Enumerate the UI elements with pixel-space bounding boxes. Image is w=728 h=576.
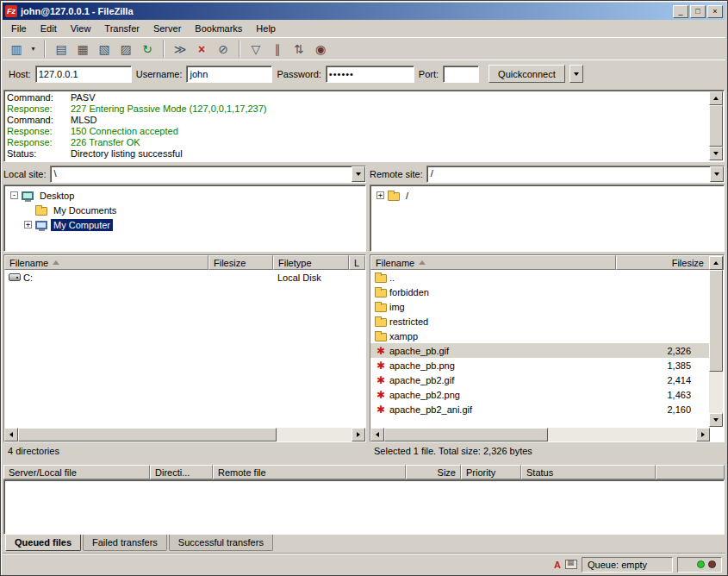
site-manager-dropdown-icon[interactable]: ▾ (28, 40, 39, 59)
remote-directory-tree: + / (370, 185, 725, 252)
combo-dropdown-icon[interactable] (352, 166, 365, 182)
column-header-remote-file[interactable]: Remote file (213, 465, 406, 479)
tree-item-my-documents[interactable]: My Documents (4, 203, 365, 217)
scrollbar-thumb[interactable] (709, 270, 723, 372)
file-row-restricted[interactable]: restricted (370, 314, 710, 329)
menu-server[interactable]: Server (146, 21, 188, 36)
toggle-remote-tree-icon[interactable]: ▧ (94, 40, 115, 59)
transfer-queue-list[interactable] (3, 479, 725, 535)
scrollbar-thumb[interactable] (709, 105, 723, 147)
file-row-c-drive[interactable]: C: Local Disk (4, 270, 365, 285)
file-row-parent-dir[interactable]: .. (370, 270, 710, 285)
menu-file[interactable]: File (4, 21, 34, 36)
scrollbar-thumb[interactable] (18, 428, 277, 441)
tab-successful-transfers[interactable]: Successful transfers (169, 535, 273, 551)
file-row-apache-pb-gif[interactable]: apache_pb.gif 2,326 (370, 343, 710, 358)
cancel-icon[interactable]: × (191, 40, 212, 59)
local-directory-tree: - Desktop My Documents + My Computer (3, 185, 366, 252)
expand-icon[interactable]: + (24, 221, 32, 229)
remote-file-list: Filename Filesize .. forbidden img (370, 254, 725, 442)
status-bar: A Queue: empty (3, 553, 725, 573)
file-row-xampp[interactable]: xampp (370, 329, 710, 343)
queue-tabs: Queued files Failed transfers Successful… (3, 535, 725, 553)
toggle-message-log-icon[interactable]: ▤ (51, 40, 72, 59)
tab-failed-transfers[interactable]: Failed transfers (83, 535, 167, 551)
menu-transfer[interactable]: Transfer (97, 21, 146, 36)
column-header-filename[interactable]: Filename (4, 255, 208, 270)
scroll-up-icon[interactable] (709, 256, 723, 270)
scrollbar-thumb[interactable] (384, 428, 548, 441)
column-header-direction[interactable]: Directi... (150, 465, 213, 479)
scroll-down-icon[interactable] (709, 413, 723, 427)
local-site-value: \ (51, 166, 352, 182)
column-header-status[interactable]: Status (521, 465, 656, 479)
file-row-img[interactable]: img (370, 299, 710, 314)
port-input[interactable] (443, 66, 479, 83)
quickconnect-button[interactable]: Quickconnect (488, 65, 565, 83)
tree-item-my-computer[interactable]: + My Computer (4, 217, 365, 232)
log-line: Command:MLSD (7, 115, 708, 126)
tab-queued-files[interactable]: Queued files (5, 535, 81, 551)
column-header-lastmodified[interactable]: L (349, 255, 365, 270)
filter-icon[interactable]: ▽ (246, 40, 266, 59)
toggle-local-tree-icon[interactable]: ▦ (72, 40, 93, 59)
remote-vertical-scrollbar[interactable] (709, 256, 723, 427)
maximize-button[interactable]: □ (690, 5, 706, 18)
tree-item-root[interactable]: + / (370, 188, 724, 203)
scroll-down-icon[interactable] (709, 147, 723, 160)
local-horizontal-scrollbar[interactable] (4, 428, 365, 441)
refresh-icon[interactable]: ↻ (137, 40, 158, 59)
sync-browse-icon[interactable]: ⇅ (289, 40, 309, 59)
file-row-apache-pb-png[interactable]: apache_pb.png 1,385 (370, 358, 710, 373)
process-queue-icon[interactable]: ≫ (170, 40, 190, 59)
file-row-apache-pb2-ani-gif[interactable]: apache_pb2_ani.gif 2,160 (370, 402, 710, 416)
file-name: apache_pb.gif (389, 346, 449, 356)
scroll-right-icon[interactable] (352, 428, 365, 441)
tree-item-label: My Computer (51, 219, 113, 231)
desktop-icon (22, 191, 34, 200)
column-header-filesize[interactable]: Filesize (616, 255, 724, 270)
menu-help[interactable]: Help (249, 21, 283, 36)
column-header-server-local-file[interactable]: Server/Local file (3, 465, 150, 479)
log-line-text: 227 Entering Passive Mode (127,0,0,1,17,… (71, 103, 266, 115)
log-line-text: MLSD (71, 115, 97, 126)
disconnect-icon[interactable]: ⊘ (213, 40, 233, 59)
password-input[interactable] (326, 66, 414, 83)
column-header-filesize[interactable]: Filesize (208, 255, 273, 270)
menu-view[interactable]: View (64, 21, 98, 36)
compare-icon[interactable]: ∥ (267, 40, 288, 59)
find-icon[interactable]: ◉ (310, 40, 331, 59)
log-vertical-scrollbar[interactable] (709, 91, 723, 160)
collapse-icon[interactable]: - (10, 191, 18, 199)
username-input[interactable] (186, 66, 272, 83)
file-row-apache-pb2-png[interactable]: apache_pb2.png 1,463 (370, 387, 710, 402)
scroll-right-icon[interactable] (696, 428, 710, 441)
host-input[interactable] (35, 66, 132, 83)
column-header-filetype[interactable]: Filetype (273, 255, 349, 270)
local-site-combo[interactable]: \ (50, 166, 366, 183)
column-header-filename[interactable]: Filename (370, 255, 616, 270)
file-row-apache-pb2-gif[interactable]: apache_pb2.gif 2,414 (370, 373, 710, 387)
remote-horizontal-scrollbar[interactable] (370, 428, 710, 441)
scroll-up-icon[interactable] (709, 91, 723, 105)
close-button[interactable]: × (707, 5, 723, 18)
column-header-size[interactable]: Size (406, 465, 461, 479)
menu-edit[interactable]: Edit (34, 21, 64, 36)
tree-item-desktop[interactable]: - Desktop (4, 188, 365, 203)
minimize-button[interactable]: _ (673, 5, 688, 18)
combo-dropdown-icon[interactable] (710, 166, 724, 182)
log-line-type: Command: (7, 115, 71, 126)
site-manager-icon[interactable]: ▥ (6, 40, 27, 59)
scroll-left-icon[interactable] (370, 428, 384, 441)
toggle-queue-icon[interactable]: ▨ (115, 40, 136, 59)
column-header-priority[interactable]: Priority (461, 465, 521, 479)
scroll-left-icon[interactable] (4, 428, 18, 441)
remote-site-combo[interactable]: / (426, 166, 725, 183)
menu-bookmarks[interactable]: Bookmarks (188, 21, 249, 36)
activity-led-red-icon (708, 560, 716, 568)
remote-site-value: / (427, 166, 710, 182)
expand-icon[interactable]: + (376, 191, 384, 199)
file-row-forbidden[interactable]: forbidden (370, 285, 710, 299)
quickconnect-dropdown[interactable] (569, 65, 583, 83)
folder-icon (375, 333, 387, 341)
